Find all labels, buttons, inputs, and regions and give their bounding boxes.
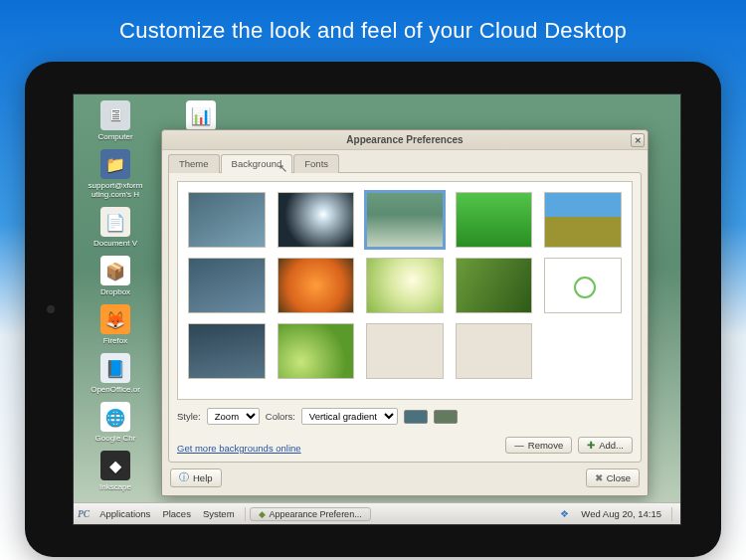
desktop-icon-label: Inkscape	[80, 482, 151, 491]
places-menu[interactable]: Places	[156, 503, 197, 524]
wallpaper-thumb-10[interactable]	[188, 323, 266, 379]
desktop-icon-inkscape[interactable]: ◆Inkscape	[80, 451, 151, 491]
taskbar-item-appearance[interactable]: ◆ Appearance Preferen...	[250, 507, 371, 521]
wallpaper-thumbnails-container	[177, 181, 633, 400]
window-close-button[interactable]: ✕	[631, 133, 645, 147]
color-swatch-2[interactable]	[434, 410, 458, 424]
desktop-icon-firefox[interactable]: 🦊Firefox	[80, 304, 151, 345]
wallpaper-thumb-4[interactable]	[544, 192, 622, 248]
add-label: Add...	[599, 440, 624, 451]
panel-logo[interactable]: PC	[78, 509, 90, 519]
firefox-icon: 🦊	[100, 304, 130, 334]
help-icon: ⓘ	[179, 471, 189, 484]
close-icon: ✕	[635, 136, 642, 145]
colors-label: Colors:	[266, 411, 295, 422]
desktop-icon-label: Dropbox	[80, 287, 151, 296]
desktop-icon-openoffice[interactable]: 📘OpenOffice.or	[80, 353, 151, 394]
window-title: Appearance Preferences	[346, 134, 463, 145]
window-footer: ⓘ Help ✖ Close	[162, 468, 648, 495]
tabs-bar: ThemeBackground↖Fonts	[162, 150, 648, 173]
style-select[interactable]: Zoom	[207, 408, 260, 425]
close-button[interactable]: ✖ Close	[586, 468, 640, 487]
home-folder-icon: 📁	[100, 149, 130, 179]
wallpaper-thumb-11[interactable]	[278, 323, 355, 379]
wallpaper-thumbnails-grid	[188, 192, 622, 379]
promo-background: Customize the look and feel of your Clou…	[0, 0, 746, 560]
desktop-icon-label: Google Chr	[80, 434, 151, 443]
wallpaper-thumb-13[interactable]	[456, 323, 533, 379]
desktop-icon-computer[interactable]: 🖥Computer	[80, 100, 151, 141]
wallpaper-thumb-2[interactable]	[366, 192, 444, 248]
remove-icon: —	[514, 440, 524, 451]
tab-theme[interactable]: Theme	[168, 154, 220, 173]
document-viewer-icon: 📄	[100, 207, 130, 237]
wallpaper-thumb-5[interactable]	[188, 258, 266, 313]
wallpaper-thumb-9[interactable]	[544, 258, 622, 313]
wallpaper-thumb-3[interactable]	[456, 192, 533, 248]
cursor-icon: ↖	[279, 162, 287, 175]
wallpaper-thumb-12[interactable]	[366, 323, 444, 379]
wallpaper-action-buttons: — Remove ✚ Add...	[505, 437, 633, 454]
desktop-icons-column-1: 🖥Computer📁support@xform uting.com's H📄Do…	[80, 100, 169, 499]
color-swatch-1[interactable]	[404, 410, 428, 424]
desktop-icon-label: support@xform uting.com's H	[80, 181, 151, 199]
desktop-icon-label: OpenOffice.or	[80, 385, 151, 394]
remove-label: Remove	[528, 440, 563, 451]
remove-button[interactable]: — Remove	[505, 437, 572, 454]
wallpaper-thumb-1[interactable]	[278, 192, 355, 248]
promo-headline: Customize the look and feel of your Clou…	[0, 0, 746, 44]
help-button[interactable]: ⓘ Help	[170, 468, 222, 487]
openoffice-icon: 📘	[100, 353, 130, 383]
window-titlebar[interactable]: Appearance Preferences ✕	[162, 130, 648, 150]
style-label: Style:	[177, 411, 201, 422]
close-label: Close	[607, 472, 631, 483]
wallpaper-thumb-0[interactable]	[188, 192, 266, 248]
panel-separator-right	[671, 507, 672, 521]
appearance-preferences-window: Appearance Preferences ✕ ThemeBackground…	[161, 129, 649, 496]
wallpaper-thumb-6[interactable]	[278, 258, 355, 313]
panel-separator	[245, 507, 246, 521]
close-icon: ✖	[595, 472, 603, 483]
chrome-icon: 🌐	[100, 402, 130, 432]
wallpaper-controls-row: Style: Zoom Colors: Vertical gradient	[177, 408, 633, 425]
desktop-icon-document-viewer[interactable]: 📄Document V	[80, 207, 151, 248]
desktop-icon-label: Computer	[80, 132, 151, 141]
desktop-panel: PC Applications Places System ◆ Appearan…	[74, 502, 680, 524]
desktop-icon-label: Firefox	[80, 336, 151, 345]
get-more-backgrounds-link[interactable]: Get more backgrounds online	[177, 443, 301, 454]
wallpaper-thumb-7[interactable]	[366, 258, 444, 313]
applications-menu[interactable]: Applications	[93, 503, 156, 524]
system-menu[interactable]: System	[197, 503, 241, 524]
colors-select[interactable]: Vertical gradient	[301, 408, 398, 425]
desktop-screen: 🖥Computer📁support@xform uting.com's H📄Do…	[73, 93, 681, 525]
desktop-icon-dropbox[interactable]: 📦Dropbox	[80, 256, 151, 296]
libreoffice-calc-icon: 📊	[186, 100, 216, 130]
tab-background[interactable]: Background↖	[221, 154, 293, 173]
taskbar-item-icon: ◆	[259, 509, 266, 519]
computer-icon: 🖥	[100, 100, 130, 130]
tab-fonts[interactable]: Fonts	[293, 154, 339, 173]
desktop-icon-label: Document V	[80, 239, 151, 248]
network-icon[interactable]: ❖	[554, 503, 575, 524]
desktop-icon-home-folder[interactable]: 📁support@xform uting.com's H	[80, 149, 151, 199]
background-tab-panel: Style: Zoom Colors: Vertical gradient Ge…	[168, 172, 642, 463]
add-button[interactable]: ✚ Add...	[578, 437, 633, 454]
taskbar-item-label: Appearance Preferen...	[270, 509, 362, 519]
wallpaper-thumb-8[interactable]	[456, 258, 533, 313]
add-icon: ✚	[587, 440, 595, 451]
desktop-icon-chrome[interactable]: 🌐Google Chr	[80, 402, 151, 443]
panel-clock[interactable]: Wed Aug 20, 14:15	[575, 503, 667, 524]
inkscape-icon: ◆	[100, 451, 130, 480]
dropbox-icon: 📦	[100, 256, 130, 285]
tablet-frame: 🖥Computer📁support@xform uting.com's H📄Do…	[25, 62, 721, 557]
help-label: Help	[193, 472, 213, 483]
